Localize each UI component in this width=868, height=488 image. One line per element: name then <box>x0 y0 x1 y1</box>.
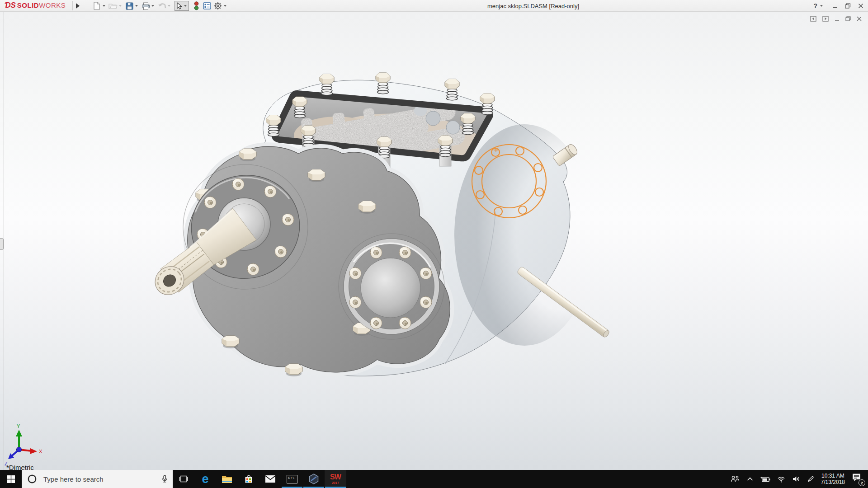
battery-charging-icon <box>760 476 770 483</box>
triad-x-label: X <box>39 449 42 454</box>
feature-manager-splitter[interactable] <box>4 12 4 470</box>
edge-icon: e <box>202 473 208 485</box>
dropdown-caret-icon <box>119 5 122 7</box>
pen-icon <box>807 475 814 483</box>
orientation-triad: Y X Z <box>3 422 48 468</box>
rebuild-traffic-light-icon <box>194 1 199 10</box>
undo-icon <box>158 3 166 9</box>
dropdown-caret-icon[interactable] <box>224 5 226 7</box>
pen-button[interactable] <box>807 475 814 483</box>
cortana-icon <box>27 474 37 484</box>
people-button[interactable] <box>731 475 740 483</box>
title-bar: ƊS SOLID WORKS <box>0 0 868 12</box>
options-button[interactable] <box>212 1 223 11</box>
command-prompt-button[interactable]: C:\ <box>281 470 303 488</box>
graphics-viewport[interactable]: Y X Z *Dimetric <box>0 12 868 470</box>
print-icon <box>142 2 150 10</box>
task-view-button[interactable] <box>173 470 194 488</box>
hexagon-app-button[interactable] <box>303 470 325 488</box>
chevron-up-icon <box>746 476 754 482</box>
restore-button[interactable] <box>845 3 851 9</box>
taskbar-clock[interactable]: 10:31 AM 7/13/2018 <box>821 473 845 485</box>
print-button[interactable] <box>140 1 151 11</box>
save-icon <box>126 2 133 10</box>
file-explorer-button[interactable] <box>216 470 238 488</box>
select-tool-group[interactable] <box>175 1 189 11</box>
document-title: menjac sklop.SLDASM [Read-only] <box>487 3 579 9</box>
taskbar-search[interactable]: Type here to search <box>22 470 173 488</box>
windows-taskbar: Type here to search e <box>0 470 868 488</box>
solidworks-window: ƊS SOLID WORKS <box>0 0 868 488</box>
dropdown-caret-icon <box>168 5 170 7</box>
wifi-button[interactable] <box>777 476 785 483</box>
wifi-icon <box>777 476 785 483</box>
file-explorer-icon <box>222 475 232 483</box>
next-window-button[interactable] <box>822 16 829 22</box>
gearbox-assembly-model <box>149 50 642 393</box>
store-button[interactable] <box>238 470 259 488</box>
start-button[interactable] <box>0 470 22 488</box>
hidden-icons-button[interactable] <box>746 476 754 482</box>
open-icon <box>108 2 118 9</box>
dropdown-caret-icon[interactable] <box>184 5 187 7</box>
search-placeholder: Type here to search <box>43 475 161 483</box>
gear-icon <box>214 2 222 10</box>
hexagon-app-icon <box>309 474 319 484</box>
mail-icon <box>265 475 276 483</box>
dropdown-caret-icon[interactable] <box>151 5 154 7</box>
battery-button[interactable] <box>760 476 770 483</box>
dropdown-caret-icon[interactable] <box>135 5 138 7</box>
microphone-icon[interactable] <box>161 475 168 483</box>
divider <box>72 1 73 10</box>
properties-list-icon <box>203 2 211 9</box>
volume-button[interactable] <box>792 475 800 483</box>
help-button[interactable]: ? <box>813 2 817 9</box>
new-document-button[interactable] <box>91 1 102 11</box>
solidworks-taskbar-button[interactable]: SW 2017 <box>325 470 346 488</box>
mail-button[interactable] <box>259 470 281 488</box>
window-controls: ? <box>813 0 863 12</box>
document-restore-button[interactable] <box>845 16 851 21</box>
triad-y-label: Y <box>17 423 20 429</box>
quick-access-toolbar <box>91 0 229 12</box>
new-document-icon <box>93 2 100 10</box>
windows-logo-icon <box>7 475 15 483</box>
task-view-icon <box>179 475 188 483</box>
solidworks-logo: ƊS SOLID WORKS <box>5 1 66 10</box>
people-icon <box>731 475 740 483</box>
command-prompt-icon: C:\ <box>287 475 297 483</box>
dropdown-caret-icon[interactable] <box>103 5 105 7</box>
store-icon <box>244 474 253 483</box>
solidworks-icon: SW 2017 <box>330 474 341 484</box>
speaker-icon <box>792 475 800 483</box>
minimize-button[interactable] <box>832 3 838 9</box>
edge-button[interactable]: e <box>194 470 216 488</box>
select-cursor-icon <box>176 2 182 9</box>
close-button[interactable] <box>858 3 863 9</box>
clock-time: 10:31 AM <box>821 473 845 479</box>
document-close-button[interactable] <box>857 16 862 21</box>
dropdown-caret-icon[interactable] <box>820 5 823 7</box>
ds-logo-icon: ƊS <box>5 1 16 10</box>
previous-window-button[interactable] <box>810 16 816 22</box>
rebuild-button[interactable] <box>191 1 202 11</box>
menu-expand-icon[interactable] <box>76 3 80 9</box>
display-settings-button[interactable] <box>202 1 212 11</box>
clock-date: 7/13/2018 <box>821 479 845 485</box>
undo-button <box>156 1 167 11</box>
system-tray: 10:31 AM 7/13/2018 2 <box>731 470 868 488</box>
document-window-controls <box>810 16 862 22</box>
splitter-handle[interactable] <box>0 238 4 250</box>
open-button[interactable] <box>108 1 118 11</box>
notification-badge: 2 <box>859 479 865 486</box>
action-center-button[interactable]: 2 <box>852 473 863 485</box>
document-minimize-button[interactable] <box>835 16 840 21</box>
save-button[interactable] <box>124 1 135 11</box>
